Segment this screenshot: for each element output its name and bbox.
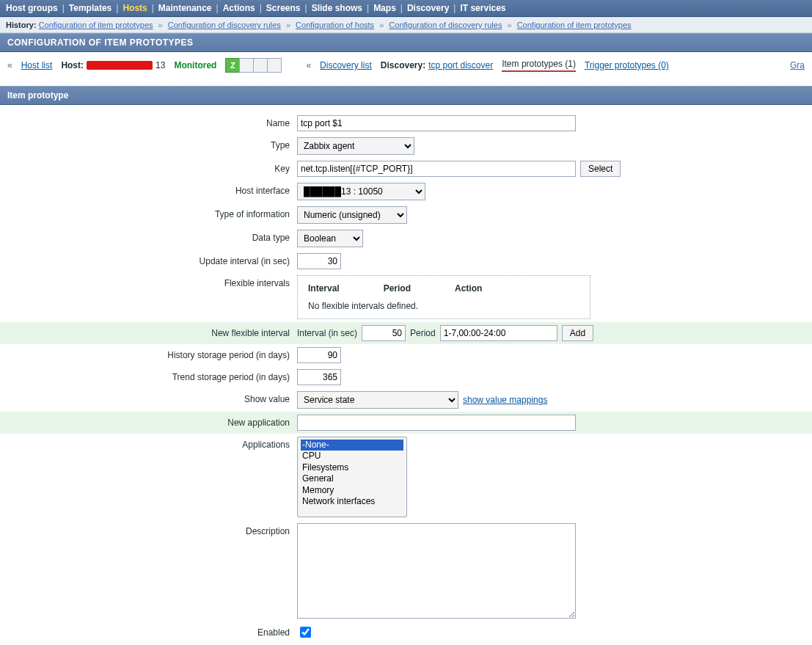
update-interval-label: Update interval (in sec) — [0, 253, 297, 266]
applications-label: Applications — [0, 437, 297, 450]
host-suffix: 13 — [156, 60, 165, 70]
app-option[interactable]: Network interfaces — [301, 496, 403, 507]
history-link[interactable]: Configuration of item prototypes — [517, 21, 632, 29]
chevron-right-icon: » — [284, 21, 293, 29]
history-label: History: — [6, 21, 37, 29]
history-link[interactable]: Configuration of discovery rules — [168, 21, 281, 29]
discovery-list-link[interactable]: Discovery list — [320, 60, 372, 70]
history-label: History storage period (in days) — [0, 347, 297, 360]
laquo-icon: « — [7, 60, 12, 70]
history-input[interactable] — [297, 347, 341, 363]
show-value-select[interactable]: Service state — [297, 391, 458, 409]
laquo-icon: « — [306, 60, 311, 70]
monitored-status: Monitored — [174, 60, 216, 70]
host-list-link[interactable]: Host list — [21, 60, 53, 70]
show-value-label: Show value — [0, 391, 297, 404]
new-application-label: New application — [0, 415, 297, 428]
page-title: CONFIGURATION OF ITEM PROTOTYPES — [0, 33, 812, 52]
new-application-input[interactable] — [297, 415, 576, 431]
new-flex-int-label: Interval (in sec) — [297, 328, 357, 338]
chevron-right-icon: » — [377, 21, 386, 29]
nav-separator: | — [62, 3, 65, 13]
nav-separator: | — [216, 3, 219, 13]
chevron-right-icon: » — [156, 21, 165, 29]
nav-item-screens[interactable]: Screens — [266, 3, 301, 13]
app-option[interactable]: Filesystems — [301, 462, 403, 473]
zabbix-agent-icon: Z — [225, 58, 240, 73]
key-input[interactable] — [297, 161, 576, 177]
section-title: Item prototype — [0, 86, 812, 105]
history-link[interactable]: Configuration of discovery rules — [389, 21, 502, 29]
trend-input[interactable] — [297, 369, 341, 385]
description-label: Description — [0, 523, 297, 536]
item-prototype-form: Name Type Zabbix agent Key Select Host i… — [0, 112, 812, 643]
update-interval-input[interactable] — [297, 253, 341, 269]
new-flex-period-input[interactable] — [440, 325, 557, 341]
info-type-select[interactable]: Numeric (unsigned) — [297, 206, 407, 224]
flex-col-action: Action — [455, 283, 482, 294]
new-flex-int-input[interactable] — [362, 325, 406, 341]
trend-label: Trend storage period (in days) — [0, 369, 297, 382]
nav-separator: | — [367, 3, 369, 13]
name-input[interactable] — [297, 115, 576, 131]
app-option[interactable]: General — [301, 473, 403, 484]
flex-empty-text: No flexible intervals defined. — [308, 301, 579, 311]
discovery-rule-link[interactable]: tcp port discover — [428, 60, 493, 70]
top-nav: Host groups|Templates|Hosts|Maintenance|… — [0, 0, 812, 17]
host-indicator-icons: Z — [225, 58, 281, 73]
show-value-mappings-link[interactable]: show value mappings — [463, 395, 547, 405]
nav-item-maintenance[interactable]: Maintenance — [158, 3, 212, 13]
host-label: Host: — [61, 60, 84, 70]
indicator-icon — [253, 58, 268, 73]
nav-item-host-groups[interactable]: Host groups — [6, 3, 58, 13]
app-option[interactable]: -None- — [301, 440, 403, 451]
chevron-right-icon: » — [505, 21, 513, 29]
enabled-checkbox[interactable] — [300, 627, 311, 638]
new-flex-period-label: Period — [410, 328, 436, 338]
type-label: Type — [0, 137, 297, 150]
nav-item-actions[interactable]: Actions — [223, 3, 255, 13]
nav-item-discovery[interactable]: Discovery — [407, 3, 449, 13]
enabled-label: Enabled — [0, 624, 297, 638]
history-link[interactable]: Configuration of item prototypes — [39, 21, 153, 29]
tab-item-prototypes[interactable]: Item prototypes (1) — [502, 59, 576, 72]
key-select-button[interactable]: Select — [580, 161, 621, 177]
data-type-select[interactable]: Boolean — [297, 230, 363, 247]
applications-select[interactable]: -None-CPUFilesystemsGeneralMemoryNetwork… — [297, 437, 407, 517]
flex-col-interval: Interval — [308, 283, 340, 294]
flex-intervals-box: Interval Period Action No flexible inter… — [297, 275, 590, 319]
indicator-icon — [267, 58, 282, 73]
flex-intervals-label: Flexible intervals — [0, 275, 297, 288]
description-textarea[interactable] — [297, 523, 576, 619]
indicator-icon — [239, 58, 254, 73]
info-type-label: Type of information — [0, 206, 297, 219]
flex-col-period: Period — [384, 283, 411, 294]
key-label: Key — [0, 161, 297, 174]
host-interface-label: Host interface — [0, 183, 297, 196]
app-option[interactable]: CPU — [301, 451, 403, 462]
new-flex-add-button[interactable]: Add — [562, 325, 593, 341]
nav-item-maps[interactable]: Maps — [373, 3, 396, 13]
new-flex-label: New flexible interval — [0, 325, 297, 338]
toolbar: « Host list Host: 13 Monitored Z « Disco… — [0, 52, 812, 79]
nav-separator: | — [260, 3, 262, 13]
history-link[interactable]: Configuration of hosts — [296, 21, 374, 29]
app-option[interactable]: Memory — [301, 485, 403, 496]
name-label: Name — [0, 115, 297, 128]
nav-item-slide-shows[interactable]: Slide shows — [312, 3, 362, 13]
nav-item-it-services[interactable]: IT services — [460, 3, 505, 13]
breadcrumb: History: Configuration of item prototype… — [0, 17, 812, 33]
tab-graph-prototypes-cut[interactable]: Gra — [790, 60, 805, 70]
nav-separator: | — [453, 3, 456, 13]
type-select[interactable]: Zabbix agent — [297, 137, 414, 155]
nav-separator: | — [400, 3, 403, 13]
nav-item-templates[interactable]: Templates — [69, 3, 111, 13]
nav-item-hosts[interactable]: Hosts — [122, 3, 147, 13]
discovery-label: Discovery: — [381, 60, 425, 70]
data-type-label: Data type — [0, 230, 297, 243]
obfuscated-host-icon — [87, 61, 153, 70]
nav-separator: | — [152, 3, 154, 13]
tab-trigger-prototypes[interactable]: Trigger prototypes (0) — [585, 60, 669, 70]
host-interface-select[interactable]: ██████13 : 10050 — [297, 183, 425, 200]
nav-separator: | — [116, 3, 118, 13]
